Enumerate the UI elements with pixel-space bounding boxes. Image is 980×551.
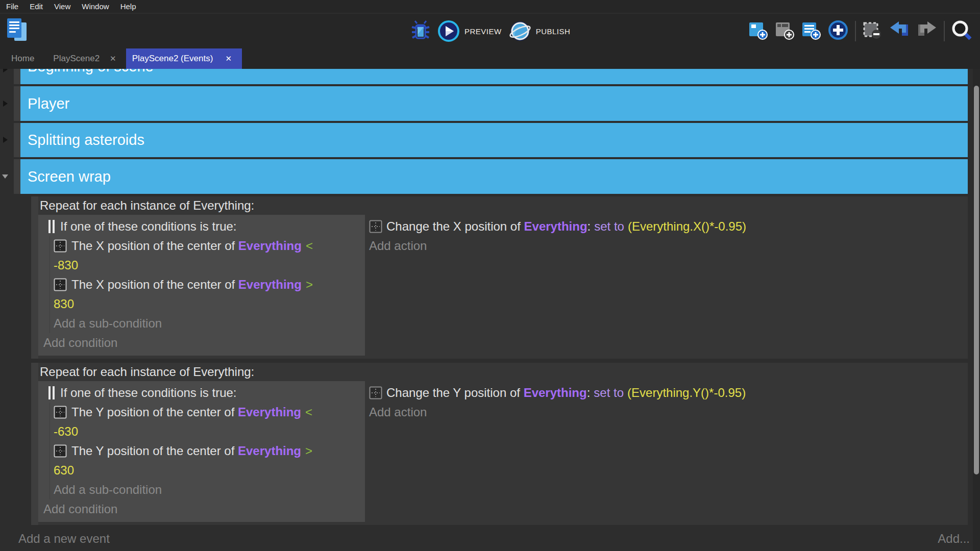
tab-close-icon[interactable]: ✕ (225, 54, 232, 63)
add-new-event-link[interactable]: Add a new event (18, 532, 110, 546)
toolbar-divider (944, 21, 945, 41)
menu-help[interactable]: Help (115, 0, 142, 13)
or-condition-icon (48, 220, 55, 233)
play-icon (437, 20, 460, 42)
scrollbar-thumb[interactable] (974, 86, 979, 474)
action-text: Change the Y position of Everything:set … (386, 386, 746, 400)
add-condition-link[interactable]: Add condition (43, 333, 365, 353)
repeat-event-x: Repeat for each instance of Everything: … (31, 196, 968, 359)
position-icon (54, 444, 67, 458)
add-subevent-icon[interactable] (774, 20, 795, 42)
position-icon (54, 406, 67, 419)
drag-handle[interactable] (14, 159, 20, 194)
position-icon (369, 220, 382, 233)
position-icon (369, 386, 382, 399)
condition-value[interactable]: 630 (54, 461, 365, 480)
delete-selection-icon[interactable] (862, 20, 883, 42)
drag-handle[interactable] (14, 123, 20, 157)
action[interactable]: Change the X position of Everything:set … (369, 217, 968, 236)
or-condition-label: If one of these conditions is true: (60, 386, 237, 400)
toolbar-center: PREVIEW PUBLISH (411, 14, 570, 48)
publish-button[interactable]: PUBLISH (509, 20, 571, 42)
add-more-link[interactable]: Add... (938, 532, 970, 546)
group-title: Screen wrap (28, 168, 111, 185)
action[interactable]: Change the Y position of Everything:set … (369, 383, 968, 403)
drag-handle[interactable] (14, 69, 20, 84)
preview-button[interactable]: PREVIEW (437, 20, 502, 42)
condition[interactable]: The X position of the center of Everythi… (54, 275, 365, 314)
or-condition-header[interactable]: If one of these conditions is true: (48, 217, 365, 236)
event-group-player[interactable]: Player (14, 86, 968, 121)
conditions-panel: If one of these conditions is true: (38, 215, 365, 356)
menu-file[interactable]: File (6, 0, 24, 13)
conditions-panel: If one of these conditions is true: (38, 381, 365, 522)
menu-window[interactable]: Window (76, 0, 114, 13)
tab-label: Home (11, 54, 34, 64)
events-sheet: Beginning of scene Player Splitting aste… (0, 69, 980, 551)
tab-label: PlayScene2 (53, 54, 100, 64)
condition-text: The Y position of the center of Everythi… (71, 444, 312, 458)
redo-icon[interactable] (916, 20, 938, 42)
event-group-beginning-of-scene[interactable]: Beginning of scene (14, 69, 968, 84)
position-icon (54, 239, 67, 253)
menu-view[interactable]: View (48, 0, 76, 13)
add-condition-link[interactable]: Add condition (43, 499, 365, 519)
add-sub-condition-link[interactable]: Add a sub-condition (54, 314, 365, 333)
tab-playscene2[interactable]: PlayScene2 ✕ (45, 48, 123, 69)
tab-close-icon[interactable]: ✕ (110, 54, 116, 63)
add-sub-condition-link[interactable]: Add a sub-condition (54, 480, 365, 499)
actions-panel: Change the Y position of Everything:set … (369, 381, 968, 422)
gdevelop-window: File Edit View Window Help (0, 0, 980, 551)
events-footer: Add a new event Add... (18, 531, 970, 547)
menu-edit[interactable]: Edit (24, 0, 48, 13)
or-condition-icon (48, 386, 55, 399)
add-comment-icon[interactable] (801, 20, 821, 42)
group-title: Beginning of scene (28, 69, 154, 74)
repeat-event-header[interactable]: Repeat for each instance of Everything: (38, 196, 968, 215)
add-action-link[interactable]: Add action (369, 403, 968, 422)
condition[interactable]: The X position of the center of Everythi… (54, 236, 365, 275)
drag-handle[interactable] (14, 86, 20, 121)
toolbar-right (748, 14, 972, 48)
condition-text: The X position of the center of Everythi… (71, 239, 313, 253)
scrollbar-track[interactable] (973, 69, 980, 551)
tab-home[interactable]: Home (0, 48, 45, 69)
condition-value[interactable]: -830 (54, 256, 365, 275)
action-text: Change the X position of Everything:set … (386, 219, 746, 234)
publish-label: PUBLISH (536, 27, 571, 36)
tab-bar: Home PlayScene2 ✕ PlayScene2 (Events) ✕ (0, 48, 980, 69)
collapse-arrow-icon[interactable] (3, 69, 8, 72)
condition-text: The X position of the center of Everythi… (71, 278, 313, 292)
condition-text: The Y position of the center of Everythi… (71, 405, 312, 419)
undo-icon[interactable] (889, 20, 910, 42)
expand-arrow-icon[interactable] (2, 174, 8, 179)
repeat-event-y: Repeat for each instance of Everything: … (31, 363, 968, 525)
add-event-icon[interactable] (748, 20, 768, 42)
debug-icon[interactable] (411, 20, 430, 42)
repeat-event-header[interactable]: Repeat for each instance of Everything: (38, 363, 968, 381)
gdevelop-logo-icon (6, 17, 29, 43)
or-condition-label: If one of these conditions is true: (60, 219, 237, 234)
drag-handle[interactable] (31, 196, 38, 359)
add-circle-icon[interactable] (827, 19, 849, 43)
tab-playscene2-events[interactable]: PlayScene2 (Events) ✕ (126, 48, 242, 69)
position-icon (54, 278, 67, 291)
event-group-splitting-asteroids[interactable]: Splitting asteroids (14, 123, 968, 157)
collapse-arrow-icon[interactable] (3, 101, 8, 107)
condition-value[interactable]: -630 (54, 422, 365, 441)
toolbar-divider (855, 21, 856, 41)
tab-label: PlayScene2 (Events) (132, 54, 213, 64)
menu-bar: File Edit View Window Help (0, 0, 980, 13)
event-group-screen-wrap[interactable]: Screen wrap (14, 159, 968, 194)
condition[interactable]: The Y position of the center of Everythi… (54, 441, 365, 480)
add-action-link[interactable]: Add action (369, 236, 968, 256)
or-condition-header[interactable]: If one of these conditions is true: (48, 383, 365, 403)
group-title: Splitting asteroids (28, 132, 144, 148)
condition[interactable]: The Y position of the center of Everythi… (54, 403, 365, 441)
globe-icon (509, 20, 531, 42)
group-title: Player (28, 95, 69, 112)
condition-value[interactable]: 830 (54, 294, 365, 314)
drag-handle[interactable] (31, 363, 38, 525)
search-icon[interactable] (951, 19, 972, 43)
collapse-arrow-icon[interactable] (3, 137, 8, 143)
